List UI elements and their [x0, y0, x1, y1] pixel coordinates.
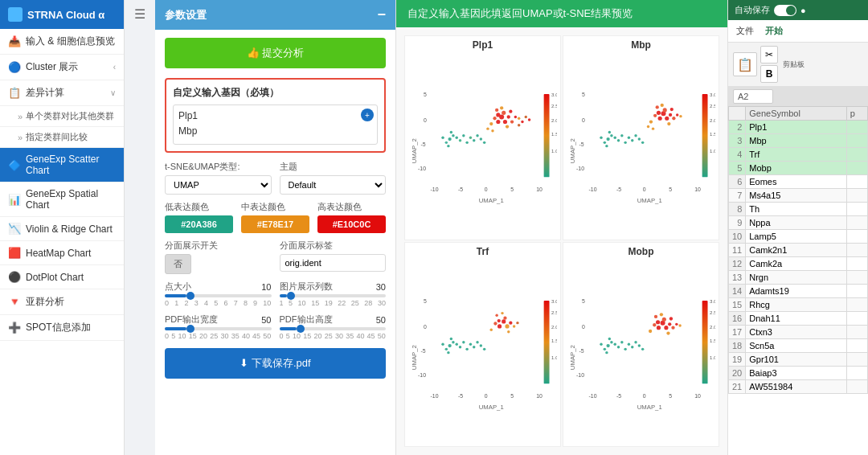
svg-point-119	[448, 344, 451, 347]
table-row[interactable]: 18Scn5a	[729, 339, 868, 353]
table-row[interactable]: 13Nrgn	[729, 271, 868, 285]
gene-add-button[interactable]: +	[361, 109, 374, 121]
low-expr-color-btn[interactable]: #20A386	[165, 215, 233, 233]
pdf-width-track[interactable]	[165, 327, 272, 330]
table-row[interactable]: 2Plp1	[729, 121, 868, 134]
pdf-width-col: PDF输出宽度 50 05101520253035404550	[165, 314, 272, 340]
table-row[interactable]: 7Ms4a15	[729, 189, 868, 203]
cut-btn[interactable]: ✂	[760, 46, 778, 64]
sidebar-item-scatter[interactable]: 🔷 GeneExp Scatter Chart	[0, 148, 124, 182]
svg-point-191	[660, 313, 663, 316]
svg-text:UMAP_2: UMAP_2	[569, 138, 576, 163]
sidebar-item-spatial[interactable]: 📊 GeneExp Spatial Chart	[0, 182, 124, 217]
color-row: 低表达颜色 #20A386 中表达颜色 #E78E17 高表达颜色 #E10C0…	[165, 201, 386, 233]
gene-cell: Nppa	[746, 216, 847, 230]
high-expr-color-btn[interactable]: #E10C0C	[317, 215, 386, 233]
sidebar-item-single-vs-other[interactable]: 单个类群对比其他类群	[0, 106, 124, 127]
svg-text:5: 5	[424, 92, 427, 97]
svg-text:-5: -5	[579, 348, 583, 354]
excel-cell-ref-row: A2	[728, 87, 868, 106]
svg-rect-113	[544, 301, 550, 383]
copy-btn[interactable]: B	[760, 65, 778, 83]
sidebar-item-spot[interactable]: ➕ SPOT信息添加	[0, 315, 124, 341]
table-row[interactable]: 17Ctxn3	[729, 326, 868, 339]
row-num: 15	[729, 298, 746, 312]
svg-point-19	[445, 141, 448, 144]
pdf-height-fill	[280, 327, 297, 330]
chart-grid: Plp1 UMAP_2 UMAP_1 5 0 -5 -10 -10 -5	[396, 27, 727, 455]
table-row[interactable]: 12Camk2a	[729, 257, 868, 271]
sidebar-item-label: 单个类群对比其他类群	[26, 110, 114, 122]
table-row[interactable]: 16Dnah11	[729, 312, 868, 326]
table-row[interactable]: 19Gpr101	[729, 353, 868, 367]
svg-text:0: 0	[424, 324, 427, 330]
sidebar-item-cluster[interactable]: 🔵 Cluster 展示 ‹	[0, 55, 124, 80]
cols-fill	[280, 294, 287, 297]
row-num: 17	[729, 326, 746, 339]
paste-btn[interactable]: 📋	[733, 52, 757, 76]
table-row[interactable]: 10Lamp5	[729, 230, 868, 244]
pdf-height-label: PDF输出高度	[280, 314, 333, 326]
svg-point-70	[606, 137, 609, 141]
svg-text:UMAP_1: UMAP_1	[637, 404, 662, 411]
row-num: 9	[729, 216, 746, 230]
svg-point-74	[605, 145, 608, 147]
collapse-icon[interactable]: −	[377, 6, 386, 23]
table-row[interactable]: 5Mobp	[729, 162, 868, 175]
table-row[interactable]: 15Rhcg	[729, 298, 868, 312]
row-num: 2	[729, 121, 746, 134]
sidebar-item-diff[interactable]: 📋 差异计算 ∨	[0, 80, 124, 106]
sidebar-item-input[interactable]: 📥 输入 & 细胞信息预览	[0, 29, 124, 55]
gene-cell: Dnah11	[746, 312, 847, 326]
svg-text:-10: -10	[431, 393, 439, 399]
mid-expr-color-btn[interactable]: #E78E17	[241, 215, 309, 233]
chart-area: 自定义输入基因此填返回UMAP或t-SNE结果预览 Plp1 UMAP_2 UM…	[396, 0, 727, 455]
svg-point-47	[486, 127, 489, 129]
hamburger-menu[interactable]: ☰	[125, 0, 155, 455]
pdf-height-thumb[interactable]	[297, 325, 305, 333]
sidebar-item-violin[interactable]: 📉 Violin & Ridge Chart	[0, 217, 124, 241]
sidebar-item-subcluster[interactable]: 🔻 亚群分析	[0, 289, 124, 315]
svg-text:5: 5	[669, 187, 672, 192]
cols-track[interactable]	[280, 294, 387, 297]
cols-thumb[interactable]	[287, 292, 295, 300]
table-row[interactable]: 9Nppa	[729, 216, 868, 230]
table-row[interactable]: 20Baiap3	[729, 367, 868, 380]
table-row[interactable]: 3Mbp	[729, 134, 868, 148]
sidebar-item-label: GeneExp Scatter Chart	[26, 154, 116, 176]
table-row[interactable]: 21AW551984	[729, 380, 868, 394]
table-row[interactable]: 8Th	[729, 203, 868, 216]
table-row[interactable]: 11Camk2n1	[729, 244, 868, 257]
sidebar-item-assigned-compare[interactable]: 指定类群间比较	[0, 127, 124, 148]
autosave-toggle[interactable]	[774, 5, 796, 16]
sidebar-item-dotplot[interactable]: ⚫ DotPlot Chart	[0, 265, 124, 289]
p-cell	[846, 148, 867, 162]
svg-point-146	[501, 312, 503, 314]
svg-point-145	[495, 314, 497, 316]
svg-point-44	[500, 106, 503, 109]
sidebar-item-heatmap[interactable]: 🟥 HeatMap Chart	[0, 241, 124, 265]
svg-text:2.0: 2.0	[551, 325, 557, 330]
facet-tag-input[interactable]	[280, 254, 387, 272]
table-row[interactable]: 4Trf	[729, 148, 868, 162]
dot-size-thumb[interactable]	[186, 292, 194, 300]
dot-size-track[interactable]	[165, 294, 272, 297]
svg-point-43	[495, 109, 498, 112]
chart-cell-plp1: Plp1 UMAP_2 UMAP_1 5 0 -5 -10 -10 -5	[404, 35, 561, 240]
file-btn[interactable]: 文件	[733, 23, 757, 39]
gene-input-section: 自定义输入基因（必填） Plp1 Mbp +	[165, 78, 386, 153]
download-btn[interactable]: ⬇ 下载保存.pdf	[165, 348, 386, 379]
pdf-height-track[interactable]	[280, 327, 387, 330]
submit-btn[interactable]: 👍 提交分析	[165, 38, 386, 68]
gene-input-box[interactable]: Plp1 Mbp +	[173, 105, 378, 145]
table-row[interactable]: 14Adamts19	[729, 285, 868, 298]
start-btn[interactable]: 开始	[762, 23, 786, 39]
table-row[interactable]: 6Eomes	[729, 175, 868, 189]
chart-svg-plp1: UMAP_2 UMAP_1 5 0 -5 -10 -10 -5 0 5 10	[408, 52, 557, 236]
facet-switch-btn[interactable]: 否	[165, 254, 191, 274]
theme-select[interactable]: Default	[280, 175, 387, 195]
cell-ref-box[interactable]: A2	[733, 89, 773, 104]
pdf-width-thumb[interactable]	[186, 325, 194, 333]
tsne-umap-select[interactable]: UMAP t-SNE	[165, 175, 272, 195]
excel-table-wrapper[interactable]: GeneSymbol p 2Plp13Mbp4Trf5Mobp6Eomes7Ms…	[728, 106, 868, 455]
